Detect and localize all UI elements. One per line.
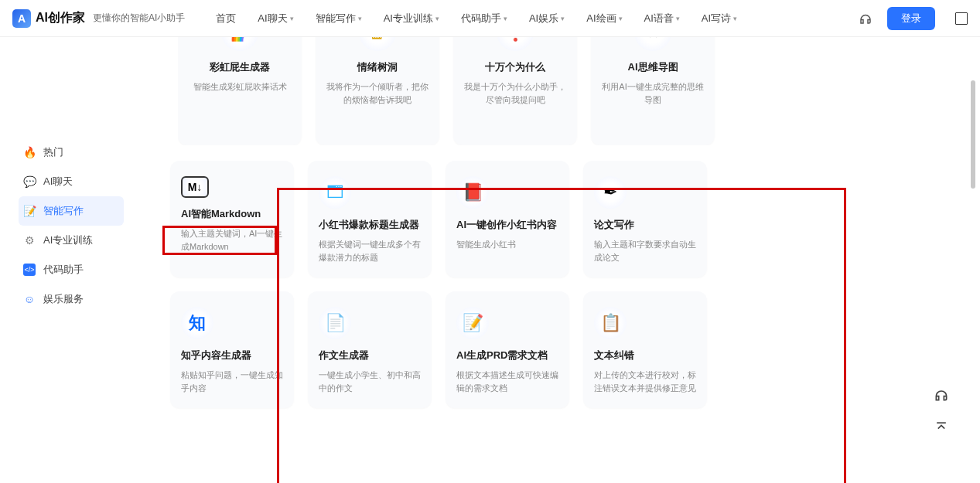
sidebar-item-label: 代码助手 (43, 263, 84, 277)
chevron-down-icon: ▾ (561, 15, 565, 22)
card-tree-hole[interactable]: 🗑 情绪树洞 我将作为一个倾听者，把你的烦恼都告诉我吧 (316, 37, 439, 145)
content: 🌈 彩虹屁生成器 智能生成彩虹屁吹捧话术 🗑 情绪树洞 我将作为一个倾听者，把你… (124, 37, 980, 483)
sidebar-item-smart-writing[interactable]: 📝 智能写作 (19, 196, 124, 226)
code-icon: </> (23, 264, 36, 276)
card-prd[interactable]: 📝 AI生成PRD需求文档 根据文本描述生成可快速编辑的需求文档 (446, 291, 569, 408)
card-title: 小红书爆款标题生成器 (319, 218, 421, 232)
card-title: AI智能Markdown (181, 207, 283, 221)
card-zhihu[interactable]: 知 知乎内容生成器 粘贴知乎问题，一键生成知乎内容 (170, 291, 294, 408)
node-icon: ✖ (634, 37, 671, 51)
floating-actions (932, 386, 951, 437)
card-desc: 智能生成小红书 (456, 238, 558, 251)
top-nav: 首页 AI聊天▾ 智能写作▾ AI专业训练▾ 代码助手▾ AI娱乐▾ AI绘画▾… (216, 12, 858, 26)
card-text-correct[interactable]: 📋 文本纠错 对上传的文本进行校对，标注错误文本并提供修正意见 (583, 291, 707, 408)
card-desc: 一键生成小学生、初中和高中的作文 (319, 369, 421, 394)
sidebar-item-entertainment[interactable]: ☺ 娱乐服务 (19, 284, 124, 314)
card-title: AI生成PRD需求文档 (456, 349, 558, 362)
login-button[interactable]: 登录 (887, 7, 935, 30)
sidebar-item-label: 娱乐服务 (43, 292, 84, 306)
smile-icon: ☺ (23, 293, 36, 305)
grid-row-2: 知 知乎内容生成器 粘贴知乎问题，一键生成知乎内容 📄 作文生成器 一键生成小学… (170, 291, 949, 408)
cup-icon: 🗑 (359, 37, 396, 51)
card-desc: 输入主题关键词，AI一键生成Markdown (181, 227, 283, 253)
headset-icon[interactable] (858, 11, 873, 26)
card-title: 彩虹屁生成器 (210, 60, 270, 74)
pen-icon: ✒ (594, 176, 627, 209)
scrollbar[interactable] (971, 80, 975, 189)
card-markdown[interactable]: M↓ AI智能Markdown 输入主题关键词，AI一键生成Markdown (170, 161, 294, 277)
chevron-down-icon: ▾ (290, 15, 294, 22)
sidebar-item-label: 热门 (43, 145, 63, 159)
card-title: 文本纠错 (594, 349, 696, 362)
chevron-down-icon: ▾ (733, 15, 737, 22)
nav-pro-training[interactable]: AI专业训练▾ (384, 12, 439, 26)
card-desc: 根据文本描述生成可快速编辑的需求文档 (456, 369, 558, 394)
sidebar-item-label: AI聊天 (43, 175, 73, 189)
headset-icon[interactable] (932, 386, 951, 404)
zhihu-icon: 知 (181, 307, 213, 339)
maximize-icon[interactable] (955, 12, 968, 25)
card-desc: 智能生成彩虹屁吹捧话术 (193, 80, 287, 94)
sidebar-item-ai-chat[interactable]: 💬 AI聊天 (19, 167, 124, 196)
doc-x-icon: 📋 (594, 307, 627, 339)
card-mindmap[interactable]: ✖ AI思维导图 利用AI一键生成完整的思维导图 (591, 37, 715, 145)
nav-smart-writing[interactable]: 智能写作▾ (316, 12, 362, 26)
card-essay[interactable]: 📄 作文生成器 一键生成小学生、初中和高中的作文 (308, 291, 432, 408)
card-desc: 粘贴知乎问题，一键生成知乎内容 (181, 369, 283, 394)
nav-code-helper[interactable]: 代码助手▾ (461, 12, 507, 26)
rainbow-icon: 🌈 (221, 37, 258, 51)
gear-icon: ⚙ (23, 234, 36, 247)
card-title: 情绪树洞 (357, 60, 398, 74)
redbook-icon: 📕 (456, 176, 489, 209)
nav-poetry[interactable]: AI写诗▾ (702, 12, 737, 26)
markdown-icon: M↓ (181, 176, 209, 198)
chevron-down-icon: ▾ (619, 15, 623, 22)
card-title: 十万个为什么 (485, 60, 545, 74)
brand-name: AI创作家 (36, 10, 85, 26)
sidebar-item-label: 智能写作 (43, 204, 84, 218)
sidebar: 🔥 热门 💬 AI聊天 📝 智能写作 ⚙ AI专业训练 </> 代码助手 ☺ 娱… (0, 37, 124, 483)
card-desc: 利用AI一键生成完整的思维导图 (602, 80, 704, 106)
question-icon: ❓ (497, 37, 534, 51)
header-right: 登录 (858, 7, 968, 30)
chevron-down-icon: ▾ (504, 15, 507, 22)
sidebar-item-pro-training[interactable]: ⚙ AI专业训练 (19, 226, 124, 255)
chevron-down-icon: ▾ (676, 15, 680, 22)
sidebar-item-label: AI专业训练 (43, 233, 93, 247)
nav-voice[interactable]: AI语音▾ (644, 12, 680, 26)
card-desc: 我将作为一个倾听者，把你的烦恼都告诉我吧 (326, 80, 429, 106)
card-thesis[interactable]: ✒ 论文写作 输入主题和字数要求自动生成论文 (583, 161, 707, 277)
nav-home[interactable]: 首页 (216, 12, 236, 26)
card-desc: 对上传的文本进行校对，标注错误文本并提供修正意见 (594, 369, 696, 394)
card-title: AI思维导图 (628, 60, 678, 74)
card-title: AI一键创作小红书内容 (456, 218, 558, 232)
back-to-top-icon[interactable] (932, 418, 951, 437)
card-title: 作文生成器 (319, 349, 421, 362)
logo[interactable]: A AI创作家 (12, 9, 85, 28)
sidebar-item-hot[interactable]: 🔥 热门 (19, 138, 124, 167)
doc-edit-icon: 📝 (456, 307, 489, 339)
card-desc: 根据关键词一键生成多个有爆款潜力的标题 (319, 238, 421, 264)
nav-ai-chat[interactable]: AI聊天▾ (258, 12, 293, 26)
window-icon: 🗔 (319, 176, 351, 209)
card-why[interactable]: ❓ 十万个为什么 我是十万个为什么小助手，尽管向我提问吧 (453, 37, 577, 145)
tagline: 更懂你的智能AI小助手 (93, 12, 185, 25)
logo-icon: A (12, 9, 31, 28)
top-row: 🌈 彩虹屁生成器 智能生成彩虹屁吹捧话术 🗑 情绪树洞 我将作为一个倾听者，把你… (178, 37, 949, 145)
doc-icon: 📄 (319, 307, 351, 339)
card-desc: 输入主题和字数要求自动生成论文 (594, 238, 696, 264)
card-rainbow[interactable]: 🌈 彩虹屁生成器 智能生成彩虹屁吹捧话术 (178, 37, 302, 145)
grid-row-1: M↓ AI智能Markdown 输入主题关键词，AI一键生成Markdown 🗔… (170, 161, 949, 277)
card-title: 论文写作 (594, 218, 696, 232)
nav-entertainment[interactable]: AI娱乐▾ (529, 12, 565, 26)
card-xhs-content[interactable]: 📕 AI一键创作小红书内容 智能生成小红书 (446, 161, 569, 277)
header: A AI创作家 更懂你的智能AI小助手 首页 AI聊天▾ 智能写作▾ AI专业训… (0, 0, 980, 37)
card-xhs-title[interactable]: 🗔 小红书爆款标题生成器 根据关键词一键生成多个有爆款潜力的标题 (308, 161, 432, 277)
chevron-down-icon: ▾ (435, 15, 439, 22)
edit-icon: 📝 (23, 205, 36, 217)
main: 🔥 热门 💬 AI聊天 📝 智能写作 ⚙ AI专业训练 </> 代码助手 ☺ 娱… (0, 37, 980, 483)
sidebar-item-code-helper[interactable]: </> 代码助手 (19, 255, 124, 284)
chevron-down-icon: ▾ (358, 15, 362, 22)
card-desc: 我是十万个为什么小助手，尽管向我提问吧 (464, 80, 566, 106)
nav-drawing[interactable]: AI绘画▾ (586, 12, 622, 26)
